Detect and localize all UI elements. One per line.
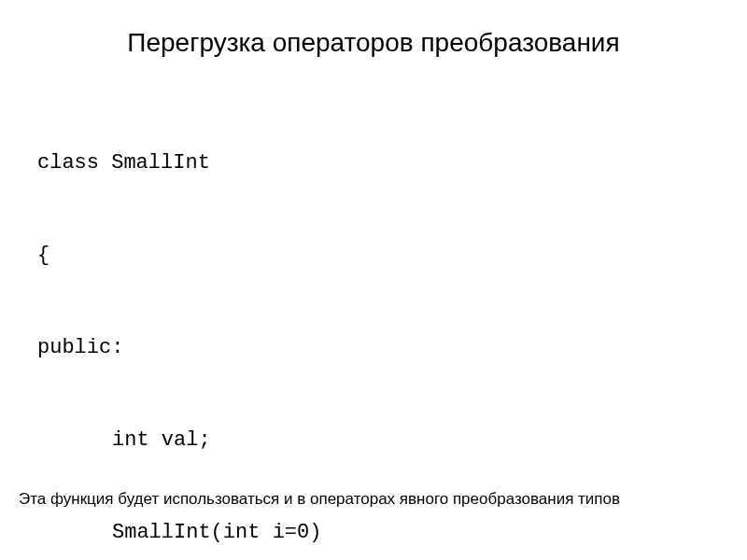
code-line: class SmallInt [37, 147, 710, 178]
code-line: { [37, 240, 710, 271]
slide-content: Перегрузка операторов преобразования cla… [0, 0, 747, 560]
code-line: public: [37, 332, 710, 363]
slide-title: Перегрузка операторов преобразования [37, 28, 710, 58]
code-line: SmallInt(int i=0) [37, 517, 710, 548]
code-line: int val; [37, 425, 710, 455]
footer-note: Эта функция будет использоваться и в опе… [19, 490, 728, 509]
code-block: class SmallInt { public: int val; SmallI… [37, 86, 710, 560]
